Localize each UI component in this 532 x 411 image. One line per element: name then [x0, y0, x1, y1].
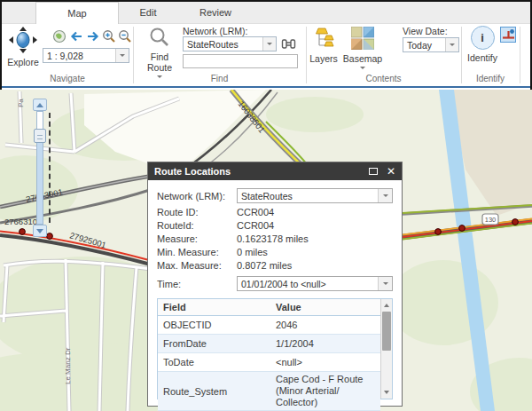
map-viewport[interactable]: 130 27663001 27663101 27925001 16038501 … — [0, 90, 532, 411]
table-row[interactable]: OBJECTID 2046 — [158, 316, 380, 335]
explore-icon — [8, 27, 38, 57]
identify-icon: i — [471, 26, 495, 50]
map-scale-combo[interactable]: 1 : 9,028 — [43, 48, 129, 63]
route-id-row: Route ID: CCR004 — [157, 205, 393, 218]
field-column-header[interactable]: Field — [158, 299, 270, 316]
contents-group-label: Contents — [306, 74, 461, 83]
ribbon-body: Explore 1 : 9,028 Navigate Find Route — [2, 24, 530, 88]
table-row[interactable]: Route_System Cape Cod - F Route (Minor A… — [158, 372, 380, 411]
network-lrm-dropdown-button[interactable] — [262, 37, 276, 51]
find-route-button[interactable]: Find Route — [141, 27, 178, 81]
dialog-network-value: StateRoutes — [238, 189, 378, 202]
route-locations-dialog: Route Locations ✕ Network (LRM): StateRo… — [147, 162, 403, 407]
zoom-out-icon[interactable] — [118, 29, 132, 43]
find-route-label-line1: Find — [151, 51, 168, 62]
dropdown-button[interactable] — [378, 277, 392, 290]
app-window: Map Edit Review Explore — [0, 0, 532, 411]
basemap-icon — [351, 27, 374, 53]
scrollbar-thumb[interactable] — [382, 312, 391, 351]
view-date-value: Today — [403, 38, 445, 51]
binoculars-icon[interactable] — [281, 36, 296, 55]
basemap-button[interactable]: Basemap — [342, 27, 383, 72]
basemap-label: Basemap — [343, 53, 382, 64]
explore-button[interactable]: Explore — [4, 27, 42, 67]
dropdown-button[interactable] — [378, 189, 392, 202]
cell-value: 2046 — [270, 316, 380, 335]
field-label: Time: — [157, 279, 237, 289]
dialog-network-combo[interactable]: StateRoutes — [237, 188, 393, 203]
network-lrm-combo[interactable]: StateRoutes — [183, 36, 277, 51]
field-value: 0.1623178 miles — [237, 233, 393, 244]
identify-route-locations-tool[interactable] — [500, 27, 516, 43]
field-label: RouteId: — [157, 220, 237, 231]
find-route-value-field[interactable] — [183, 54, 298, 68]
time-row: Time: 01/01/2004 to <null> — [157, 274, 393, 293]
slider-thumb[interactable] — [34, 129, 46, 143]
view-date-dropdown-button[interactable] — [445, 38, 458, 51]
chevron-down-icon — [267, 43, 272, 48]
table-header-row: Field Value — [158, 299, 380, 316]
identify-route-icon — [502, 28, 515, 42]
cell-field: OBJECTID — [158, 316, 270, 335]
slider-down-button[interactable] — [33, 225, 47, 237]
scrollbar-up-button[interactable] — [381, 300, 392, 311]
find-route-icon — [149, 27, 170, 51]
dialog-body: Network (LRM): StateRoutes Route ID: CCR… — [148, 180, 402, 406]
attribute-table-wrap: Field Value OBJECTID 2046 FromDate 1/1/2… — [157, 298, 393, 399]
map-scale-value: 1 : 9,028 — [43, 49, 115, 62]
table-row[interactable]: ToDate <null> — [158, 353, 380, 372]
field-label: Min. Measure: — [157, 247, 237, 257]
view-date-combo[interactable]: Today — [403, 37, 459, 52]
next-extent-icon[interactable] — [86, 29, 100, 43]
attribute-table: Field Value OBJECTID 2046 FromDate 1/1/2… — [158, 299, 380, 411]
chevron-down-icon — [360, 67, 365, 72]
cell-field: FromDate — [158, 335, 270, 353]
zoom-in-icon[interactable] — [102, 29, 116, 43]
slider-fill — [37, 143, 43, 224]
slider-track[interactable] — [36, 111, 43, 225]
scrollbar-down-button[interactable] — [381, 387, 392, 398]
chevron-down-icon — [36, 229, 43, 237]
cell-value: Cape Cod - F Route (Minor Arterial/ Coll… — [270, 372, 380, 411]
identify-button[interactable]: i Identify — [466, 26, 498, 63]
tab-review[interactable]: Review — [184, 2, 246, 24]
layers-label: Layers — [309, 53, 338, 64]
tab-map[interactable]: Map — [35, 2, 119, 24]
map-zoom-slider[interactable] — [32, 99, 50, 239]
table-row[interactable]: FromDate 1/1/2004 — [158, 335, 380, 353]
maximize-icon[interactable] — [369, 168, 378, 175]
layers-icon — [312, 27, 335, 53]
field-value: CCR004 — [237, 220, 393, 231]
close-icon[interactable]: ✕ — [387, 166, 395, 177]
field-value: 0 miles — [237, 247, 393, 257]
slider-up-button[interactable] — [33, 99, 47, 111]
network-lrm-label: Network (LRM): — [183, 26, 248, 36]
chevron-up-icon — [36, 99, 43, 107]
chevron-down-icon — [120, 54, 125, 59]
field-value: 0.8072 miles — [237, 260, 393, 271]
layers-button[interactable]: Layers — [307, 27, 340, 64]
network-row: Network (LRM): StateRoutes — [157, 186, 393, 205]
chevron-down-icon — [383, 282, 388, 288]
full-extent-icon[interactable] — [52, 29, 66, 43]
group-separator — [520, 27, 520, 83]
cell-field: Route_System — [158, 372, 270, 411]
dialog-titlebar[interactable]: Route Locations ✕ — [148, 162, 402, 180]
find-route-label-line2: Route — [147, 62, 172, 73]
ribbon-tabbar: Map Edit Review — [2, 2, 530, 24]
field-label: Max. Measure: — [157, 260, 237, 271]
field-label: Route ID: — [157, 207, 237, 217]
explore-label: Explore — [7, 57, 39, 67]
min-measure-row: Min. Measure: 0 miles — [157, 245, 393, 258]
chevron-down-icon — [384, 391, 389, 397]
value-column-header[interactable]: Value — [270, 299, 380, 316]
dialog-time-combo[interactable]: 01/01/2004 to <null> — [237, 276, 393, 291]
cell-value: 1/1/2004 — [270, 335, 380, 353]
table-scrollbar[interactable] — [380, 299, 392, 399]
tab-edit[interactable]: Edit — [119, 2, 177, 24]
field-label: Measure: — [157, 233, 237, 244]
map-scale-dropdown-button[interactable] — [115, 49, 129, 62]
street-label: Pa — [17, 99, 25, 107]
previous-extent-icon[interactable] — [69, 29, 83, 43]
view-date-label: View Date: — [403, 26, 448, 36]
